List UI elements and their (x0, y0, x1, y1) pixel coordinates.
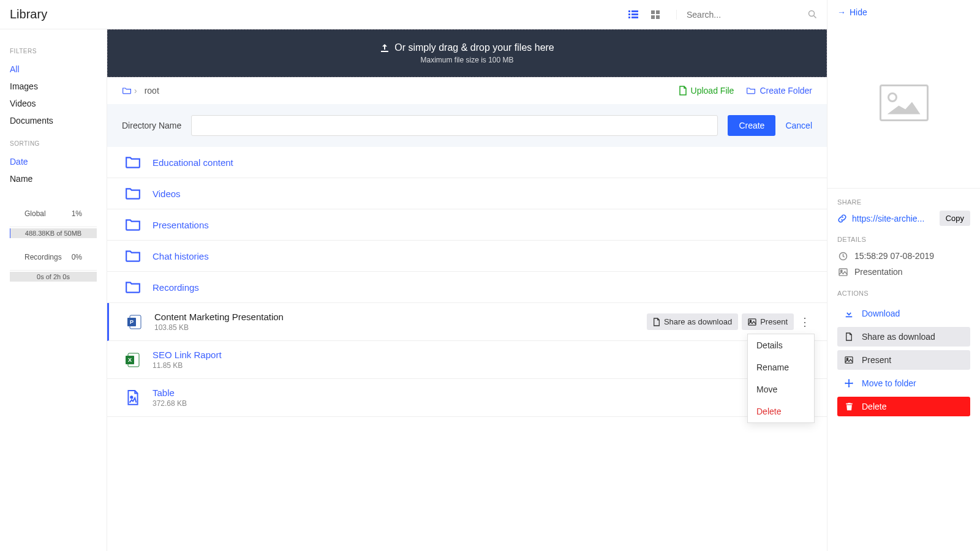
storage-text: 0s of 2h 0s (37, 273, 70, 280)
menu-details[interactable]: Details (748, 334, 814, 356)
action-label: Download (862, 309, 900, 318)
create-directory-form: Directory Name Create Cancel (107, 104, 827, 147)
share-heading: SHARE (837, 198, 970, 206)
action-share-download[interactable]: Share as download (837, 327, 970, 347)
clock-icon (837, 252, 848, 261)
sorting-heading: SORTING (10, 140, 97, 147)
file-list: Educational content Videos Presentations (107, 147, 827, 417)
cancel-button[interactable]: Cancel (785, 121, 812, 130)
hide-panel-button[interactable]: → Hide (837, 7, 970, 17)
preview-area (827, 17, 980, 189)
image-icon (748, 318, 756, 326)
action-download[interactable]: Download (837, 304, 970, 323)
download-icon (843, 309, 854, 318)
storage-pct: 0% (72, 253, 82, 261)
more-menu-button[interactable]: ⋮ (797, 315, 812, 329)
folder-row[interactable]: Chat histories (107, 241, 827, 272)
search-icon (808, 10, 817, 19)
image-icon (843, 356, 854, 364)
folder-row[interactable]: Presentations (107, 209, 827, 241)
file-row[interactable]: X SEO Link Raport 11.85 KB (107, 341, 827, 379)
svg-point-10 (809, 11, 815, 17)
upload-file-button[interactable]: Upload File (679, 86, 734, 96)
folder-icon (122, 187, 144, 200)
hide-label: Hide (850, 7, 867, 17)
filter-all[interactable]: All (10, 61, 97, 78)
folder-row[interactable]: Recordings (107, 272, 827, 303)
detail-filetype: Presentation (854, 267, 903, 277)
context-menu: Details Rename Move Delete (747, 334, 815, 423)
folder-icon (122, 156, 144, 169)
link-icon (837, 214, 847, 223)
item-name: Table (153, 388, 187, 398)
svg-point-20 (130, 396, 132, 398)
detail-timestamp: 15:58:29 07-08-2019 (854, 251, 934, 261)
filter-videos[interactable]: Videos (10, 95, 97, 112)
search-input[interactable] (687, 10, 808, 20)
folder-icon (122, 218, 144, 231)
menu-rename[interactable]: Rename (748, 356, 814, 378)
dropzone-text: Or simply drag & drop your files here (394, 42, 554, 53)
actions-heading: ACTIONS (837, 290, 970, 297)
view-list-button[interactable] (625, 6, 642, 23)
item-name: Chat histories (153, 251, 209, 261)
action-present[interactable]: Present (837, 350, 970, 370)
item-size: 103.85 KB (154, 323, 284, 332)
share-download-button[interactable]: Share as download (647, 313, 738, 330)
svg-rect-3 (631, 10, 638, 12)
present-label: Present (760, 317, 788, 326)
details-heading: DETAILS (837, 236, 970, 243)
file-row[interactable]: P Content Marketing Presentation 103.85 … (107, 303, 827, 341)
item-name: SEO Link Raport (153, 350, 222, 360)
svg-rect-1 (628, 13, 630, 15)
filter-documents[interactable]: Documents (10, 112, 97, 129)
svg-line-11 (814, 16, 816, 18)
svg-text:P: P (130, 319, 134, 325)
action-label: Share as download (862, 332, 935, 342)
create-folder-button[interactable]: Create Folder (746, 86, 812, 96)
svg-rect-24 (845, 357, 853, 363)
action-delete[interactable]: Delete (837, 397, 970, 416)
breadcrumb-root[interactable]: root (145, 86, 159, 96)
share-url[interactable]: https://site-archie... (852, 214, 935, 223)
svg-rect-6 (651, 10, 655, 14)
sort-date[interactable]: Date (10, 153, 97, 170)
svg-rect-8 (651, 15, 655, 19)
create-button[interactable]: Create (728, 115, 775, 136)
powerpoint-icon: P (124, 314, 146, 330)
storage-pct: 1% (72, 209, 82, 218)
item-size: 11.85 KB (153, 361, 222, 370)
svg-rect-15 (748, 318, 756, 324)
action-label: Present (862, 355, 891, 365)
copy-button[interactable]: Copy (940, 211, 970, 226)
file-icon (843, 332, 854, 341)
item-name: Presentations (153, 220, 209, 230)
storage-recordings: Recordings0% 0s of 2h 0s (10, 244, 97, 282)
image-icon (837, 268, 848, 276)
item-size: 372.68 KB (153, 399, 187, 408)
dropzone[interactable]: Or simply drag & drop your files here Ma… (107, 29, 827, 77)
action-move[interactable]: Move to folder (837, 373, 970, 393)
directory-name-input[interactable] (191, 115, 718, 136)
svg-rect-7 (656, 10, 660, 14)
folder-row[interactable]: Educational content (107, 147, 827, 178)
present-button[interactable]: Present (742, 313, 794, 330)
chevron-right-icon: › (134, 86, 137, 96)
menu-delete[interactable]: Delete (748, 400, 814, 422)
filter-images[interactable]: Images (10, 78, 97, 95)
svg-rect-4 (631, 13, 638, 15)
folder-row[interactable]: Videos (107, 178, 827, 209)
view-grid-button[interactable] (647, 6, 664, 23)
sort-name[interactable]: Name (10, 170, 97, 187)
folder-open-icon (122, 86, 132, 95)
svg-rect-9 (656, 15, 660, 19)
dropzone-subtext: Maximum file size is 100 MB (120, 56, 814, 64)
item-name: Educational content (153, 157, 233, 168)
item-name: Content Marketing Presentation (154, 312, 284, 322)
menu-move[interactable]: Move (748, 378, 814, 400)
file-row[interactable]: Table 372.68 KB (107, 379, 827, 417)
storage-label: Recordings (24, 253, 62, 261)
storage-text: 488.38KB of 50MB (25, 230, 81, 237)
file-icon (653, 318, 660, 326)
svg-rect-2 (628, 17, 630, 18)
